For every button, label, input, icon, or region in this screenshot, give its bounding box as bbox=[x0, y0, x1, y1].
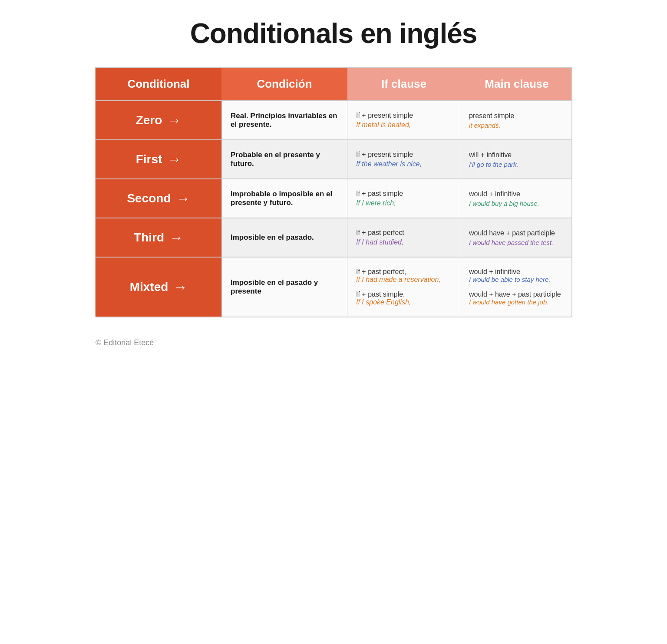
ifclause-first-example: If the weather is nice, bbox=[356, 160, 451, 168]
table-row-second: Second → Improbable o imposible en el pr… bbox=[96, 179, 571, 218]
conditional-second: Second → bbox=[96, 179, 221, 218]
table-row-zero: Zero → Real. Principios invariables en e… bbox=[96, 101, 571, 140]
condicion-zero: Real. Principios invariables en el prese… bbox=[221, 101, 347, 139]
conditional-third-label: Third bbox=[134, 231, 164, 244]
mainclause-first-example: I'll go to the park. bbox=[469, 161, 565, 168]
arrow-icon-first: → bbox=[167, 152, 181, 168]
table-header-row: Conditional Condición If clause Main cla… bbox=[96, 68, 571, 101]
mainclause-zero-formula: present simple bbox=[469, 112, 565, 120]
ifclause-third-formula: If + past perfect bbox=[356, 229, 451, 237]
ifclause-zero-example: If metal is heated, bbox=[356, 121, 451, 129]
condicion-first: Probable en el presente y futuro. bbox=[221, 140, 347, 178]
mainclause-mixted-example2: I would have gotten the job. bbox=[469, 298, 548, 306]
table-row-first: First → Probable en el presente y futuro… bbox=[96, 140, 571, 179]
conditional-mixted-label: Mixted bbox=[130, 280, 168, 294]
mainclause-second-formula: would + infinitive bbox=[469, 190, 565, 198]
table-row-mixted: Mixted → Imposible en el pasado y presen… bbox=[96, 258, 571, 317]
conditional-third: Third → bbox=[96, 218, 221, 257]
conditional-zero: Zero → bbox=[96, 101, 221, 139]
ifclause-second-example: If I were rich, bbox=[356, 199, 451, 207]
conditional-first-label: First bbox=[136, 152, 162, 166]
header-ifclause: If clause bbox=[347, 68, 460, 100]
mainclause-third: would have + past participle I would hav… bbox=[460, 218, 572, 257]
ifclause-second-formula: If + past simple bbox=[356, 190, 451, 198]
conditionals-table: Conditional Condición If clause Main cla… bbox=[95, 67, 572, 317]
mainclause-second: would + infinitive I would buy a big hou… bbox=[460, 179, 572, 218]
mainclause-mixted-example1: I would be able to stay here. bbox=[469, 276, 551, 283]
ifclause-third-example: If I had studied, bbox=[356, 238, 451, 246]
ifclause-mixted-formula2: If + past simple, bbox=[356, 291, 405, 298]
arrow-icon-mixted: → bbox=[173, 279, 187, 295]
ifclause-mixted: If + past perfect, If I had made a reser… bbox=[347, 258, 460, 317]
mainclause-mixted: would + infinitive I would be able to st… bbox=[460, 258, 572, 317]
ifclause-mixted-group2: If + past simple, If I spoke English, bbox=[356, 291, 451, 306]
ifclause-first-formula: If + present simple bbox=[356, 151, 451, 159]
ifclause-mixted-example2: If I spoke English, bbox=[356, 298, 411, 306]
condicion-third: Imposible en el pasado. bbox=[221, 218, 347, 257]
mainclause-mixted-group2: would + have + past participle I would h… bbox=[469, 291, 565, 306]
conditional-second-label: Second bbox=[127, 192, 171, 205]
footer-copyright: © Editorial Etecé bbox=[96, 338, 154, 347]
header-condicion: Condición bbox=[221, 68, 347, 100]
mainclause-mixted-group1: would + infinitive I would be able to st… bbox=[469, 268, 565, 284]
mainclause-zero: present simple it expands. bbox=[460, 101, 572, 139]
page-title: Conditionals en inglés bbox=[190, 17, 477, 50]
arrow-icon-zero: → bbox=[167, 112, 181, 129]
mainclause-mixted-formula2: would + have + past participle bbox=[469, 291, 561, 298]
mainclause-first: will + infinitive I'll go to the park. bbox=[460, 140, 572, 178]
ifclause-mixted-formula1: If + past perfect, bbox=[356, 268, 406, 275]
mainclause-zero-example: it expands. bbox=[469, 122, 565, 129]
arrow-icon-second: → bbox=[176, 191, 190, 207]
conditional-mixted: Mixted → bbox=[96, 258, 221, 317]
ifclause-second: If + past simple If I were rich, bbox=[347, 179, 460, 218]
mainclause-mixted-formula1: would + infinitive bbox=[469, 268, 520, 275]
ifclause-mixted-example1: If I had made a reservation, bbox=[356, 276, 441, 283]
conditional-first: First → bbox=[96, 140, 221, 178]
mainclause-third-formula: would have + past participle bbox=[469, 229, 565, 237]
arrow-icon-third: → bbox=[169, 230, 183, 246]
header-mainclause: Main clause bbox=[460, 68, 572, 100]
table-row-third: Third → Imposible en el pasado. If + pas… bbox=[96, 218, 571, 258]
header-conditional: Conditional bbox=[96, 68, 221, 100]
ifclause-first: If + present simple If the weather is ni… bbox=[347, 140, 460, 178]
ifclause-third: If + past perfect If I had studied, bbox=[347, 218, 460, 257]
conditional-zero-label: Zero bbox=[136, 113, 162, 127]
mainclause-second-example: I would buy a big house. bbox=[469, 200, 565, 207]
mainclause-first-formula: will + infinitive bbox=[469, 151, 565, 159]
ifclause-zero-formula: If + present simple bbox=[356, 112, 451, 119]
condicion-mixted: Imposible en el pasado y presente bbox=[221, 258, 347, 317]
ifclause-zero: If + present simple If metal is heated, bbox=[347, 101, 460, 139]
mainclause-third-example: I would have passed the test. bbox=[469, 239, 565, 246]
ifclause-mixted-group1: If + past perfect, If I had made a reser… bbox=[356, 268, 451, 284]
condicion-second: Improbable o imposible en el presente y … bbox=[221, 179, 347, 218]
